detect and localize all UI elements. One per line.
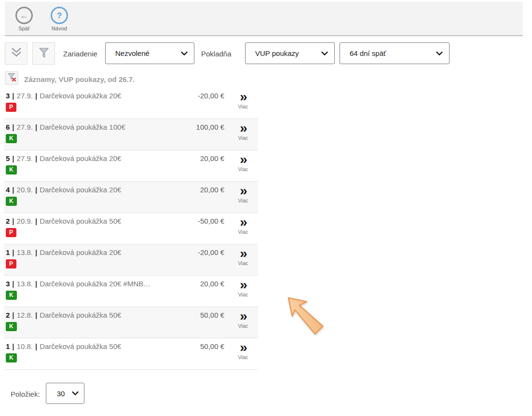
items-per-page-label: Položiek: — [11, 390, 40, 398]
clear-filter-button[interactable] — [5, 71, 18, 85]
record-amount: 50,00 € — [200, 311, 224, 319]
separator: | — [35, 342, 37, 350]
double-chevron-right-icon: » — [232, 247, 254, 260]
record-date: 20.9. — [17, 186, 33, 194]
record-number: 2 — [6, 217, 10, 225]
record-amount: 20,00 € — [200, 186, 224, 194]
more-button[interactable]: » Viac — [232, 310, 254, 329]
register-select[interactable]: VUP poukazy — [245, 42, 335, 64]
device-label: Zariadenie — [63, 42, 97, 65]
record-type-badge: P — [6, 259, 16, 268]
record-row[interactable]: 5|27.9.|Darčeková poukážka 20€ 20,00 € K… — [4, 150, 258, 182]
record-summary: 1|10.8.|Darčeková poukážka 50€ — [6, 342, 121, 350]
record-summary: 2|20.9.|Darčeková poukážka 50€ — [6, 217, 121, 225]
double-chevron-right-icon: » — [232, 91, 254, 103]
record-summary: 6|27.9.|Darčeková poukážka 100€ — [6, 123, 125, 131]
double-chevron-right-icon: » — [232, 310, 254, 322]
more-button-label: Viac — [232, 292, 254, 297]
record-number: 2 — [6, 311, 10, 319]
register-select-value: VUP poukazy — [255, 49, 299, 57]
record-row[interactable]: 2|12.8.|Darčeková poukážka 50€ 50,00 € K… — [4, 307, 258, 338]
pointer-arrow-cursor — [283, 290, 331, 343]
record-type-badge: K — [6, 353, 17, 362]
record-row[interactable]: 4|20.9.|Darčeková poukážka 20€ 20,00 € K… — [4, 182, 258, 213]
record-amount: -20,00 € — [198, 248, 224, 256]
record-row[interactable]: 1|10.8.|Darčeková poukážka 50€ 50,00 € K… — [4, 338, 258, 370]
separator: | — [12, 154, 14, 162]
help-button[interactable]: ? Návod — [47, 7, 72, 31]
record-number: 5 — [6, 154, 10, 162]
period-select-value: 64 dní späť — [350, 49, 386, 57]
record-title: Darčeková poukážka 50€ — [40, 342, 121, 350]
more-button-label: Viac — [232, 354, 254, 360]
record-title: Darčeková poukážka 50€ — [40, 217, 121, 225]
record-date: 12.8. — [17, 311, 33, 319]
record-title: Darčeková poukážka 50€ — [40, 311, 121, 319]
more-button[interactable]: » Viac — [232, 91, 254, 109]
more-button[interactable]: » Viac — [232, 216, 254, 235]
more-button-label: Viac — [232, 198, 254, 203]
question-mark-icon: ? — [51, 7, 68, 24]
record-number: 4 — [6, 186, 10, 194]
separator: | — [12, 311, 14, 319]
more-button[interactable]: » Viac — [232, 153, 254, 172]
device-select[interactable]: Nezvolené — [105, 42, 194, 64]
record-amount: -20,00 € — [198, 92, 224, 100]
double-chevron-right-icon: » — [232, 341, 254, 354]
record-type-badge: K — [6, 134, 17, 143]
more-button[interactable]: » Viac — [232, 247, 254, 266]
record-title: Darčeková poukážka 20€ — [40, 154, 121, 162]
more-button-label: Viac — [232, 229, 254, 235]
double-chevron-down-icon — [10, 47, 23, 60]
double-chevron-right-icon: » — [232, 216, 254, 228]
separator: | — [12, 92, 14, 100]
records-list: 3|27.9.|Darčeková poukážka 20€ -20,00 € … — [4, 88, 258, 370]
record-row[interactable]: 6|27.9.|Darčeková poukážka 100€ 100,00 €… — [4, 119, 258, 150]
record-date: 27.9. — [17, 123, 33, 131]
separator: | — [35, 311, 37, 319]
record-title: Darčeková poukážka 20€ — [40, 248, 121, 256]
separator: | — [12, 280, 14, 288]
double-chevron-right-icon: » — [232, 122, 254, 134]
record-date: 10.8. — [17, 342, 33, 350]
record-date: 20.9. — [17, 217, 33, 225]
record-type-badge: K — [6, 197, 17, 206]
more-button-label: Viac — [232, 260, 254, 266]
period-select[interactable]: 64 dní späť — [340, 42, 450, 64]
collapse-button[interactable] — [5, 42, 27, 65]
record-number: 1 — [6, 248, 10, 256]
back-button-label: Späť — [12, 26, 37, 31]
record-date: 13.8. — [17, 280, 33, 288]
more-button[interactable]: » Viac — [232, 341, 254, 360]
record-row[interactable]: 3|27.9.|Darčeková poukážka 20€ -20,00 € … — [4, 88, 258, 119]
record-title: Darčeková poukážka 20€ #MNB… — [40, 280, 150, 288]
record-type-badge: K — [6, 291, 17, 300]
separator: | — [35, 217, 37, 225]
records-header: Záznamy, VUP poukazy, od 26.7. — [24, 75, 135, 83]
more-button[interactable]: » Viac — [232, 185, 254, 203]
record-row[interactable]: 2|20.9.|Darčeková poukážka 50€ -50,00 € … — [4, 213, 258, 244]
record-type-badge: P — [6, 103, 16, 112]
record-row[interactable]: 3|13.8.|Darčeková poukážka 20€ #MNB… 20,… — [4, 276, 258, 307]
items-per-page-select[interactable]: 30 — [46, 383, 84, 404]
separator: | — [35, 280, 37, 288]
record-summary: 3|27.9.|Darčeková poukážka 20€ — [6, 92, 121, 100]
double-chevron-right-icon: » — [232, 279, 254, 291]
more-button[interactable]: » Viac — [232, 279, 254, 297]
separator: | — [35, 186, 37, 194]
record-date: 27.9. — [17, 92, 33, 100]
separator: | — [12, 217, 14, 225]
items-per-page-value: 30 — [57, 389, 65, 398]
filter-button[interactable] — [32, 42, 55, 65]
record-type-badge: K — [6, 322, 17, 331]
record-title: Darčeková poukážka 100€ — [40, 123, 125, 131]
more-button[interactable]: » Viac — [232, 122, 254, 141]
register-label: Pokladňa — [201, 42, 232, 65]
record-row[interactable]: 1|13.8.|Darčeková poukážka 20€ -20,00 € … — [4, 244, 258, 276]
device-select-value: Nezvolené — [115, 49, 150, 57]
record-number: 3 — [6, 280, 10, 288]
back-button[interactable]: ← Späť — [12, 7, 37, 31]
record-amount: 100,00 € — [196, 123, 224, 131]
chevron-down-icon — [72, 389, 79, 397]
chevron-down-icon — [181, 49, 188, 57]
